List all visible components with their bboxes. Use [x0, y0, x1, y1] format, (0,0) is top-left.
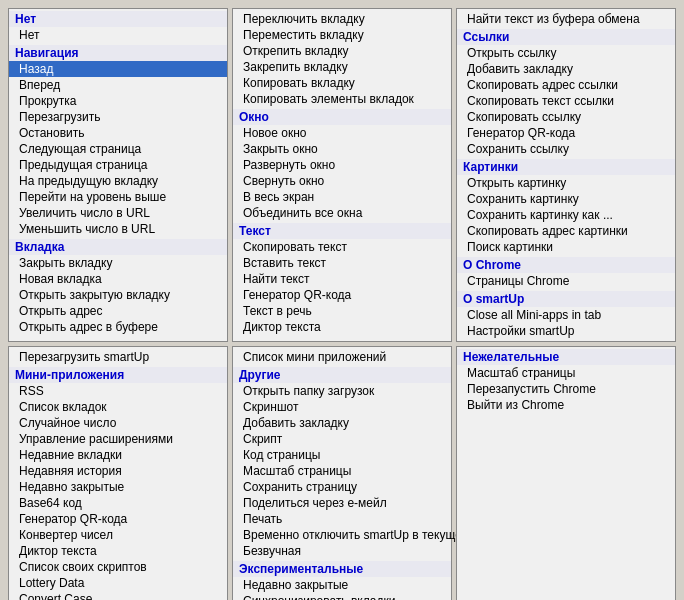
menu-item[interactable]: Открепить вкладку — [233, 43, 451, 59]
menu-item[interactable]: Base64 код — [9, 495, 227, 511]
menu-item[interactable]: Настройки smartUp — [457, 323, 675, 339]
section-header: О Chrome — [457, 257, 675, 273]
menu-item[interactable]: Сохранить картинку — [457, 191, 675, 207]
menu-item[interactable]: Скопировать ссылку — [457, 109, 675, 125]
menu-item[interactable]: Свернуть окно — [233, 173, 451, 189]
section-header: Нет — [9, 11, 227, 27]
section-header: Вкладка — [9, 239, 227, 255]
section-header: Окно — [233, 109, 451, 125]
menu-item[interactable]: Открыть закрытую вкладку — [9, 287, 227, 303]
main-container: НетНетНавигацияНазадВпередПрокруткаПерез… — [8, 8, 676, 600]
menu-item[interactable]: Развернуть окно — [233, 157, 451, 173]
menu-item[interactable]: Временно отключить smartUp в текущей вкл… — [233, 527, 451, 543]
menu-item[interactable]: Сохранить ссылку — [457, 141, 675, 157]
menu-item[interactable]: Уменьшить число в URL — [9, 221, 227, 237]
menu-item[interactable]: Вставить текст — [233, 255, 451, 271]
section-header: Экспериментальные — [233, 561, 451, 577]
menu-item[interactable]: Добавить закладку — [457, 61, 675, 77]
menu-item[interactable]: Генератор QR-кода — [233, 287, 451, 303]
menu-item[interactable]: Нет — [9, 27, 227, 43]
menu-item[interactable]: Управление расширениями — [9, 431, 227, 447]
menu-item[interactable]: Список своих скриптов — [9, 559, 227, 575]
menu-item[interactable]: Увеличить число в URL — [9, 205, 227, 221]
menu-item[interactable]: Открыть ссылку — [457, 45, 675, 61]
section-header: Другие — [233, 367, 451, 383]
menu-item[interactable]: В весь экран — [233, 189, 451, 205]
menu-item[interactable]: Закрепить вкладку — [233, 59, 451, 75]
menu-item[interactable]: RSS — [9, 383, 227, 399]
menu-item[interactable]: Остановить — [9, 125, 227, 141]
menu-item[interactable]: Найти текст из буфера обмена — [457, 11, 675, 27]
menu-item[interactable]: Скопировать адрес ссылки — [457, 77, 675, 93]
top-row: НетНетНавигацияНазадВпередПрокруткаПерез… — [8, 8, 676, 342]
menu-item[interactable]: Предыдущая страница — [9, 157, 227, 173]
menu-item[interactable]: Выйти из Chrome — [457, 397, 675, 413]
menu-item[interactable]: Следующая страница — [9, 141, 227, 157]
menu-item[interactable]: Поделиться через е-мейл — [233, 495, 451, 511]
menu-item[interactable]: Недавно закрытые — [233, 577, 451, 593]
menu-item[interactable]: Convert Case — [9, 591, 227, 600]
menu-item[interactable]: Скриншот — [233, 399, 451, 415]
menu-panel-panel1: НетНетНавигацияНазадВпередПрокруткаПерез… — [8, 8, 228, 342]
menu-item[interactable]: Найти текст — [233, 271, 451, 287]
menu-item[interactable]: Копировать вкладку — [233, 75, 451, 91]
menu-item[interactable]: Назад — [9, 61, 227, 77]
menu-item[interactable]: Диктор текста — [9, 543, 227, 559]
menu-item[interactable]: Печать — [233, 511, 451, 527]
menu-item[interactable]: Список мини приложений — [233, 349, 451, 365]
menu-item[interactable]: Скопировать адрес картинки — [457, 223, 675, 239]
menu-item[interactable]: Перейти на уровень выше — [9, 189, 227, 205]
menu-item[interactable]: Переместить вкладку — [233, 27, 451, 43]
bottom-row: Перезагрузить smartUpМини-приложенияRSSС… — [8, 346, 676, 600]
menu-item[interactable]: Сохранить картинку как ... — [457, 207, 675, 223]
section-header: О smartUp — [457, 291, 675, 307]
menu-panel-panel5: Список мини приложенийДругиеОткрыть папк… — [232, 346, 452, 600]
menu-item[interactable]: Поиск картинки — [457, 239, 675, 255]
menu-item[interactable]: Close all Mini-apps in tab — [457, 307, 675, 323]
menu-item[interactable]: Переключить вкладку — [233, 11, 451, 27]
menu-item[interactable]: Закрыть вкладку — [9, 255, 227, 271]
menu-item[interactable]: Вперед — [9, 77, 227, 93]
menu-item[interactable]: Страницы Chrome — [457, 273, 675, 289]
menu-item[interactable]: Код страницы — [233, 447, 451, 463]
menu-item[interactable]: Недавно закрытые — [9, 479, 227, 495]
menu-item[interactable]: Генератор QR-кода — [9, 511, 227, 527]
section-header: Нежелательные — [457, 349, 675, 365]
menu-item[interactable]: Добавить закладку — [233, 415, 451, 431]
menu-item[interactable]: Синхронизировать вкладки — [233, 593, 451, 600]
menu-item[interactable]: Случайное число — [9, 415, 227, 431]
menu-item[interactable]: Скопировать текст ссылки — [457, 93, 675, 109]
menu-item[interactable]: Новое окно — [233, 125, 451, 141]
menu-item[interactable]: Открыть адрес — [9, 303, 227, 319]
menu-item[interactable]: Текст в речь — [233, 303, 451, 319]
menu-item[interactable]: Перезагрузить — [9, 109, 227, 125]
section-header: Мини-приложения — [9, 367, 227, 383]
menu-item[interactable]: Диктор текста — [233, 319, 451, 335]
menu-item[interactable]: Список вкладок — [9, 399, 227, 415]
menu-item[interactable]: Новая вкладка — [9, 271, 227, 287]
menu-item[interactable]: Скопировать текст — [233, 239, 451, 255]
menu-item[interactable]: Lottery Data — [9, 575, 227, 591]
menu-item[interactable]: Перезапустить Chrome — [457, 381, 675, 397]
menu-panel-panel6: НежелательныеМасштаб страницыПерезапусти… — [456, 346, 676, 600]
menu-item[interactable]: Открыть картинку — [457, 175, 675, 191]
menu-item[interactable]: Перезагрузить smartUp — [9, 349, 227, 365]
menu-item[interactable]: Генератор QR-кода — [457, 125, 675, 141]
menu-item[interactable]: Масштаб страницы — [233, 463, 451, 479]
menu-item[interactable]: Сохранить страницу — [233, 479, 451, 495]
menu-item[interactable]: Открыть папку загрузок — [233, 383, 451, 399]
menu-item[interactable]: Масштаб страницы — [457, 365, 675, 381]
menu-panel-panel4: Перезагрузить smartUpМини-приложенияRSSС… — [8, 346, 228, 600]
menu-item[interactable]: На предыдущую вкладку — [9, 173, 227, 189]
menu-item[interactable]: Недавние вкладки — [9, 447, 227, 463]
menu-item[interactable]: Конвертер чисел — [9, 527, 227, 543]
menu-item[interactable]: Прокрутка — [9, 93, 227, 109]
menu-item[interactable]: Объединить все окна — [233, 205, 451, 221]
menu-item[interactable]: Недавняя история — [9, 463, 227, 479]
menu-item[interactable]: Безвучная — [233, 543, 451, 559]
menu-item[interactable]: Открыть адрес в буфере — [9, 319, 227, 335]
menu-item[interactable]: Копировать элементы вкладок — [233, 91, 451, 107]
menu-item[interactable]: Скрипт — [233, 431, 451, 447]
section-header: Ссылки — [457, 29, 675, 45]
menu-item[interactable]: Закрыть окно — [233, 141, 451, 157]
